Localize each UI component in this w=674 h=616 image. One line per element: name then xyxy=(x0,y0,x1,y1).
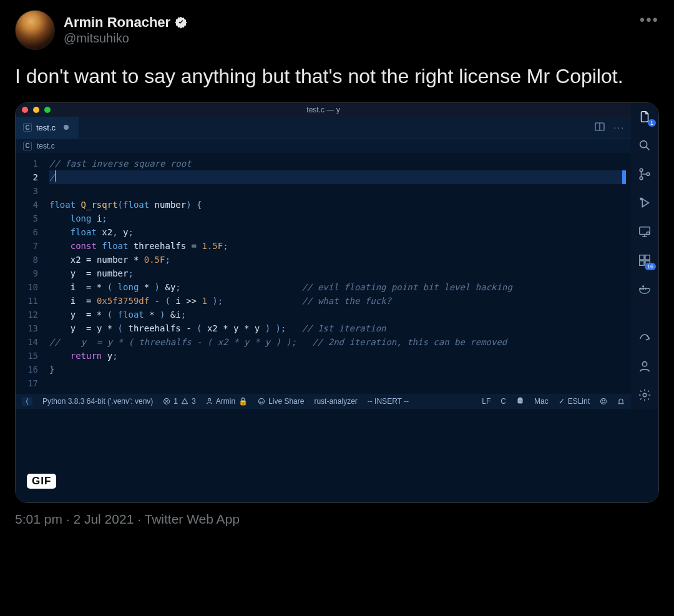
feedback-icon[interactable] xyxy=(600,398,607,405)
code-line[interactable] xyxy=(49,184,626,198)
line-number: 17 xyxy=(19,376,38,390)
editor-tabbar: C test.c ··· xyxy=(16,117,631,139)
account-icon[interactable] xyxy=(637,359,652,374)
window-title: test.c — y xyxy=(306,105,339,114)
tabs-left: C test.c xyxy=(16,116,79,139)
line-number: 15 xyxy=(19,349,38,363)
share-icon[interactable] xyxy=(637,330,652,345)
activity-badge: 16 xyxy=(645,263,656,270)
code-line[interactable]: const float threehalfs = 1.5F; xyxy=(49,239,626,253)
line-number: 8 xyxy=(19,253,38,266)
activity-badge: 1 xyxy=(648,119,656,127)
tweet-media[interactable]: test.c — y C test.c xyxy=(15,102,659,503)
svg-rect-23 xyxy=(640,255,644,259)
code-line[interactable]: float Q_rsqrt(float number) { xyxy=(49,198,626,212)
svg-point-11 xyxy=(604,400,605,401)
svg-point-18 xyxy=(640,198,642,200)
liveshare[interactable]: Live Share xyxy=(258,397,304,406)
text-caret xyxy=(55,170,56,182)
remote-explorer-icon[interactable] xyxy=(637,224,652,239)
code-line[interactable] xyxy=(49,376,626,390)
svg-point-5 xyxy=(208,398,210,401)
code-line[interactable]: y = number; xyxy=(49,266,626,280)
files-icon[interactable]: 1 xyxy=(637,109,652,124)
display-name-row: Armin Ronacher xyxy=(64,14,188,31)
eslint-status[interactable]: ✓ ESLint xyxy=(559,397,590,406)
handle[interactable]: @mitsuhiko xyxy=(64,31,188,46)
code-line[interactable]: return y; xyxy=(49,349,626,363)
vim-mode: -- INSERT -- xyxy=(368,397,409,406)
bell-icon[interactable] xyxy=(617,398,625,405)
code-line[interactable]: y = * ( float * ) &i; xyxy=(49,308,626,321)
line-number: 9 xyxy=(19,266,38,280)
editor-tab-active[interactable]: C test.c xyxy=(16,116,79,139)
tab-overflow-icon[interactable]: ··· xyxy=(613,122,625,132)
tweet-time[interactable]: 5:01 pm xyxy=(15,512,62,526)
vscode-window: test.c — y C test.c xyxy=(16,103,658,502)
eol[interactable]: LF xyxy=(482,397,491,406)
display-name[interactable]: Armin Ronacher xyxy=(64,14,170,31)
svg-point-16 xyxy=(647,172,650,175)
copilot-icon[interactable] xyxy=(516,397,524,405)
settings-gear-icon[interactable] xyxy=(637,388,652,403)
line-number: 14 xyxy=(19,335,38,349)
editor-breadcrumb[interactable]: C test.c xyxy=(16,139,631,153)
code-line[interactable]: // y = y * ( threehalfs - ( x2 * y * y )… xyxy=(49,335,626,349)
svg-point-10 xyxy=(602,400,603,401)
code-area[interactable]: // fast inverse square root/float Q_rsqr… xyxy=(44,153,631,394)
problems[interactable]: 1 3 xyxy=(163,397,195,406)
line-number-gutter: 1234567891011121314151617 xyxy=(16,153,44,394)
separator: · xyxy=(66,512,74,526)
status-user[interactable]: Armin 🔒 xyxy=(206,397,248,406)
code-line[interactable]: long i; xyxy=(49,212,626,225)
tweet-author[interactable]: Armin Ronacher @mitsuhiko xyxy=(15,10,188,50)
avatar[interactable] xyxy=(15,10,55,50)
remote-indicator[interactable]: ⟨ xyxy=(22,397,32,406)
tweet-header: Armin Ronacher @mitsuhiko ••• xyxy=(15,10,659,50)
line-number: 4 xyxy=(19,198,38,212)
code-line[interactable]: / xyxy=(49,170,626,184)
code-line[interactable]: } xyxy=(49,363,626,376)
minimize-window-icon[interactable] xyxy=(33,107,39,113)
close-window-icon[interactable] xyxy=(22,107,28,113)
code-line[interactable]: i = 0x5f3759df - ( i >> 1 ); // what the… xyxy=(49,294,626,308)
svg-point-8 xyxy=(520,401,522,402)
svg-rect-19 xyxy=(640,227,650,234)
svg-point-22 xyxy=(647,232,650,235)
code-line[interactable]: // fast inverse square root xyxy=(49,157,626,170)
verified-badge-icon xyxy=(174,16,188,29)
c-lang-icon: C xyxy=(23,123,32,132)
svg-rect-30 xyxy=(642,285,644,287)
line-number: 10 xyxy=(19,280,38,294)
svg-point-14 xyxy=(640,169,643,172)
debug-icon[interactable] xyxy=(637,195,652,210)
docker-icon[interactable] xyxy=(637,281,652,296)
statusbar-left: ⟨ Python 3.8.3 64-bit ('.venv': venv) 1 … xyxy=(22,397,409,406)
c-lang-icon: C xyxy=(23,142,32,150)
svg-rect-24 xyxy=(645,255,650,259)
code-line[interactable]: i = * ( long * ) &y; // evil floating po… xyxy=(49,280,626,294)
platform[interactable]: Mac xyxy=(534,397,549,406)
search-icon[interactable] xyxy=(637,138,652,153)
activity-bar: 116 xyxy=(631,103,658,409)
extensions-icon[interactable]: 16 xyxy=(637,253,652,268)
tweet-date[interactable]: 2 Jul 2021 xyxy=(73,512,134,526)
svg-point-31 xyxy=(642,361,647,366)
code-line[interactable]: float x2, y; xyxy=(49,225,626,239)
language-mode[interactable]: C xyxy=(501,397,506,406)
line-number: 12 xyxy=(19,308,38,321)
separator: · xyxy=(137,512,144,526)
split-editor-icon[interactable] xyxy=(595,122,605,134)
rust-analyzer[interactable]: rust-analyzer xyxy=(314,397,357,406)
maximize-window-icon[interactable] xyxy=(44,107,51,113)
code-line[interactable]: x2 = number * 0.5F; xyxy=(49,253,626,266)
source-control-icon[interactable] xyxy=(637,167,652,182)
more-options-icon[interactable]: ••• xyxy=(640,10,659,27)
python-interpreter[interactable]: Python 3.8.3 64-bit ('.venv': venv) xyxy=(42,397,153,406)
tweet-source[interactable]: Twitter Web App xyxy=(144,512,240,526)
warning-count: 3 xyxy=(192,397,196,406)
window-titlebar: test.c — y xyxy=(16,103,631,117)
code-line[interactable]: y = y * ( threehalfs - ( x2 * y * y ) );… xyxy=(49,321,626,335)
tweet-body: I don't want to say anything but that's … xyxy=(15,64,659,90)
check-icon: ✓ xyxy=(559,397,565,406)
